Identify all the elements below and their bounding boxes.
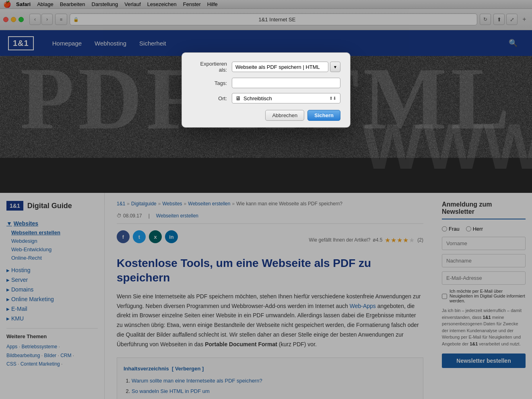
dialog-overlay: Exportieren als: ▼ Tags: Ort: 🖥 Schreibt… bbox=[0, 0, 532, 399]
tags-label: Tags: bbox=[192, 80, 232, 86]
cancel-button[interactable]: Abbrechen bbox=[265, 110, 304, 121]
tags-input[interactable] bbox=[232, 78, 340, 88]
export-filename-input[interactable] bbox=[232, 62, 328, 72]
export-row: Exportieren als: ▼ bbox=[192, 61, 340, 73]
ort-label: Ort: bbox=[192, 95, 232, 101]
desktop-folder-icon: 🖥 bbox=[235, 95, 241, 101]
save-dialog: Exportieren als: ▼ Tags: Ort: 🖥 Schreibt… bbox=[181, 52, 351, 128]
tags-row: Tags: bbox=[192, 78, 340, 88]
dialog-buttons: Abbrechen Sichern bbox=[192, 110, 340, 121]
export-label: Exportieren als: bbox=[192, 61, 232, 73]
location-text: Schreibtisch bbox=[243, 95, 326, 101]
location-selector[interactable]: 🖥 Schreibtisch ⬆⬇ bbox=[232, 93, 340, 103]
location-chevron-icon: ⬆⬇ bbox=[329, 96, 337, 101]
export-input-group: ▼ bbox=[232, 62, 340, 72]
save-button[interactable]: Sichern bbox=[307, 110, 340, 121]
export-dropdown-button[interactable]: ▼ bbox=[330, 62, 340, 72]
ort-row: Ort: 🖥 Schreibtisch ⬆⬇ bbox=[192, 93, 340, 103]
